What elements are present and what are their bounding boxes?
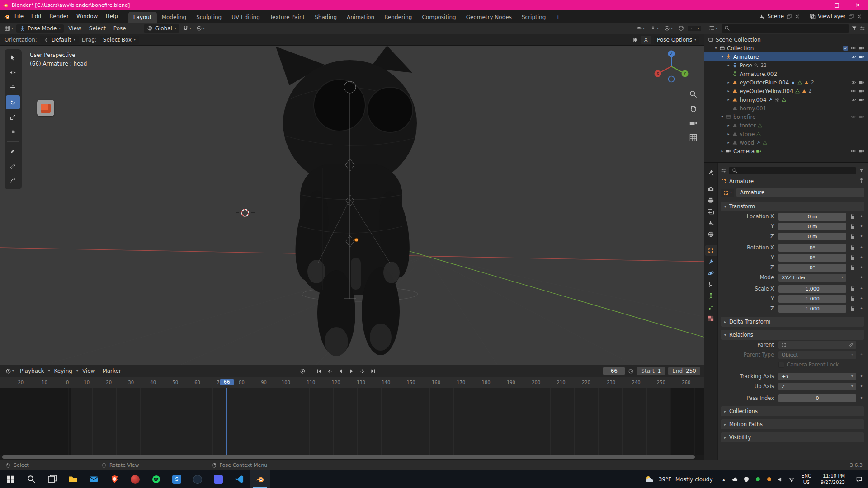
current-frame-field[interactable]: 66 (603, 367, 625, 375)
add-viewlayer-icon[interactable] (848, 14, 854, 19)
camera-parent-lock-checkbox[interactable] (778, 362, 784, 368)
datablock-browse-button[interactable]: ▾ (721, 189, 734, 197)
tool-breakdowner[interactable] (6, 174, 20, 188)
timeline-scrollbar[interactable] (0, 455, 704, 460)
outliner-row-collection[interactable]: ▾ Collection ✓ (704, 44, 868, 52)
tab-physics[interactable] (705, 268, 717, 278)
location-z-field[interactable]: 0 m (778, 233, 846, 240)
drag-setting-dropdown[interactable]: Select Box ▾ (100, 36, 139, 44)
close-button[interactable]: × (847, 0, 868, 10)
blender-taskbar-button[interactable] (250, 470, 270, 488)
menu-view[interactable]: View (65, 24, 84, 33)
timeline-tracks[interactable] (0, 388, 704, 455)
outliner-row-armature-data[interactable]: Armature.002 (704, 70, 868, 78)
new-scene-icon[interactable] (786, 14, 792, 19)
location-y-field[interactable]: 0 m (778, 223, 846, 230)
lock-icon[interactable] (849, 214, 856, 219)
app-button-blue[interactable]: S (166, 470, 187, 488)
lock-icon[interactable] (849, 234, 856, 239)
mode-dropdown[interactable]: Pose Mode ▾ (16, 24, 64, 33)
disclosure-icon[interactable]: ▸ (725, 98, 732, 102)
tab-scene[interactable] (705, 218, 717, 228)
language-indicator[interactable]: ENG US (797, 470, 816, 488)
animate-dot-icon[interactable]: • (859, 254, 864, 261)
tab-object[interactable] (705, 245, 717, 256)
tab-animation[interactable]: Animation (342, 12, 379, 23)
lock-icon[interactable] (849, 245, 856, 250)
tool-transform[interactable] (6, 125, 20, 139)
properties-editor-icon[interactable] (721, 168, 726, 174)
animate-dot-icon[interactable]: • (859, 395, 864, 401)
outliner-row-stone[interactable]: ▸ stone (704, 130, 868, 138)
section-relations[interactable]: ▾ Relations (721, 330, 864, 340)
hide-eye-icon[interactable] (850, 148, 856, 154)
tray-volume[interactable] (775, 470, 786, 488)
playhead-frame-badge[interactable]: 66 (220, 379, 234, 385)
animate-dot-icon[interactable]: • (859, 274, 864, 281)
remove-viewlayer-icon[interactable] (856, 14, 862, 19)
brave-button[interactable] (104, 470, 125, 488)
taskbar-clock[interactable]: 11:10 PM 9/27/2023 (816, 470, 850, 488)
tab-sculpting[interactable]: Sculpting (191, 12, 226, 23)
animate-dot-icon[interactable]: • (859, 213, 864, 220)
animate-dot-icon[interactable]: • (859, 296, 864, 302)
proportional-editing-toggle[interactable]: ▾ (194, 24, 207, 32)
outliner-row-wood[interactable]: ▸ wood (704, 138, 868, 147)
tab-output[interactable] (705, 195, 717, 206)
tab-compositing[interactable]: Compositing (417, 12, 461, 23)
disclosure-icon[interactable]: ▸ (725, 89, 732, 93)
disclosure-icon[interactable]: ▸ (719, 149, 726, 153)
app-button-dark[interactable] (187, 470, 208, 488)
overlays-dropdown[interactable]: ▾ (662, 24, 675, 32)
datablock-name-field[interactable]: Armature (736, 188, 864, 197)
menu-render[interactable]: Render (46, 11, 72, 21)
use-preview-range-icon[interactable] (628, 368, 634, 374)
tab-view-layer[interactable] (705, 206, 717, 217)
section-transform[interactable]: ▾ Transform (721, 202, 864, 211)
blender-app-icon[interactable] (4, 13, 10, 20)
outlook-button[interactable] (83, 470, 104, 488)
hide-eye-icon[interactable] (850, 45, 856, 51)
pose-options-dropdown[interactable]: Pose Options ▾ (654, 36, 699, 44)
outliner-row-eyeouterblue[interactable]: ▸ eyeOuterBlue.004 2 (704, 78, 868, 87)
up-axis-select[interactable]: Z ▾ (778, 383, 856, 390)
lock-icon[interactable] (849, 286, 856, 291)
disclosure-icon[interactable]: ▸ (725, 141, 732, 145)
section-collections[interactable]: ▸ Collections (721, 406, 864, 416)
tool-annotate[interactable] (6, 144, 20, 158)
tab-scripting[interactable]: Scripting (517, 12, 551, 23)
animate-dot-icon[interactable]: • (859, 373, 864, 380)
outliner-row-camera[interactable]: ▸ Camera (704, 147, 868, 155)
menu-edit[interactable]: Edit (28, 11, 45, 21)
tray-onedrive[interactable] (730, 470, 741, 488)
scale-y-field[interactable]: 1.000 (778, 295, 846, 303)
app-button-indigo[interactable] (208, 470, 229, 488)
scene-selector[interactable]: Scene (757, 12, 802, 20)
hide-eye-icon[interactable] (850, 97, 856, 103)
disable-render-icon[interactable] (859, 80, 864, 85)
file-explorer-button[interactable] (62, 470, 83, 488)
start-button[interactable] (0, 470, 21, 488)
next-keyframe-button[interactable] (358, 367, 367, 375)
tool-select-box[interactable] (6, 51, 20, 65)
parent-object-field[interactable] (778, 341, 856, 349)
lock-icon[interactable] (849, 296, 856, 301)
disable-render-icon[interactable] (859, 114, 864, 120)
tab-layout[interactable]: Layout (128, 12, 157, 23)
tool-measure[interactable] (6, 159, 20, 173)
animate-dot-icon[interactable]: • (859, 383, 864, 389)
auto-keying-button[interactable] (298, 367, 307, 375)
outliner-search[interactable] (722, 24, 849, 33)
object-type-visibility-dropdown[interactable]: ▾ (634, 24, 646, 32)
disable-render-icon[interactable] (859, 45, 864, 51)
menu-help[interactable]: Help (102, 11, 121, 21)
shading-solid-button[interactable] (691, 28, 692, 29)
transform-orientation-dropdown[interactable]: Global ▾ (144, 24, 179, 33)
lock-icon[interactable] (849, 265, 856, 270)
viewlayer-selector[interactable]: ViewLayer (807, 12, 864, 20)
task-view-button[interactable] (42, 470, 62, 488)
xray-toggle[interactable] (676, 24, 686, 32)
disclosure-icon[interactable]: ▾ (712, 46, 719, 50)
jump-to-start-button[interactable] (314, 367, 324, 375)
jump-to-end-button[interactable] (368, 367, 378, 375)
